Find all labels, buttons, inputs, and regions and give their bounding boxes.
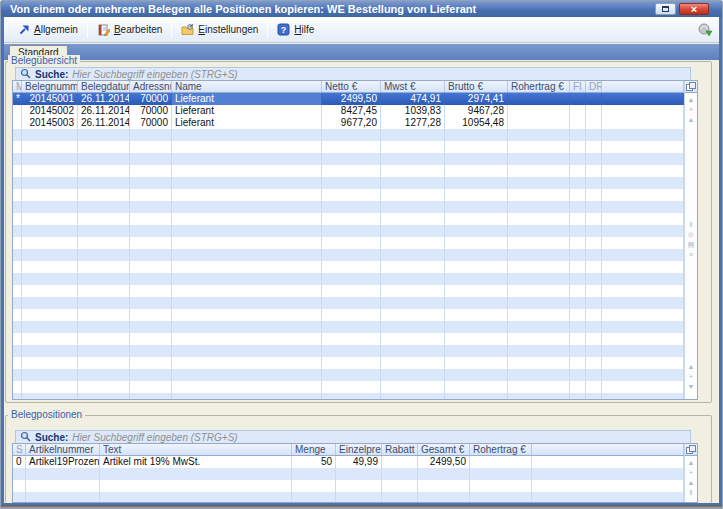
move-up-icon[interactable]: ▲	[686, 116, 696, 124]
sync-icon[interactable]	[697, 22, 713, 38]
column-header[interactable]: Brutto €	[445, 81, 508, 92]
pin-icon[interactable]: ‖	[686, 489, 696, 497]
table-cell[interactable]: 9677,20	[322, 117, 381, 129]
pin-icon[interactable]: ‖	[686, 221, 696, 229]
table-cell[interactable]: Artikel19Prozent	[26, 456, 100, 468]
details-icon[interactable]: ▤	[686, 241, 696, 249]
restore-icon[interactable]	[655, 3, 676, 15]
column-header[interactable]: Artikelnummer	[26, 444, 100, 455]
table-cell[interactable]	[470, 456, 532, 468]
menu-allgemein[interactable]: Allgemein	[10, 20, 85, 39]
scroll-top-icon[interactable]: ▲	[686, 96, 696, 104]
table-cell[interactable]: Lieferant	[172, 105, 322, 117]
table-cell[interactable]: 0	[13, 456, 26, 468]
table-cell[interactable]: 20145003	[22, 117, 78, 129]
column-header[interactable]: DR	[586, 81, 602, 92]
table-cell	[22, 249, 78, 261]
table-cell[interactable]: 70000	[130, 93, 172, 105]
search-input[interactable]: Suche: Hier Suchbegriff eingeben (STRG+S…	[15, 430, 691, 444]
table-cell[interactable]	[586, 93, 602, 105]
column-header[interactable]: Einzelpreis €	[336, 444, 382, 455]
menu-bearbeiten[interactable]: Bearbeiten	[90, 20, 169, 39]
column-header[interactable]: Rabatt %	[382, 444, 418, 455]
table-cell[interactable]: 1039,83	[381, 105, 445, 117]
search-input[interactable]: Suche: Hier Suchbegriff eingeben (STRG+S…	[15, 67, 691, 81]
table-cell[interactable]: 2499,50	[322, 93, 381, 105]
column-header[interactable]: Mwst €	[381, 81, 445, 92]
add-row-icon[interactable]: +	[686, 373, 696, 381]
table-cell[interactable]	[570, 117, 586, 129]
column-header[interactable]	[532, 444, 684, 455]
table-cell[interactable]	[602, 117, 684, 129]
table-cell[interactable]: 49,99	[336, 456, 382, 468]
column-header[interactable]: Gesamt €	[418, 444, 470, 455]
table-cell[interactable]: 70000	[130, 117, 172, 129]
table-cell[interactable]: 474,91	[381, 93, 445, 105]
table-cell[interactable]: 2974,41	[445, 93, 508, 105]
scroll-up-icon[interactable]: ▲	[686, 363, 696, 371]
table-cell[interactable]: 1277,28	[381, 117, 445, 129]
table-cell[interactable]	[586, 117, 602, 129]
move-up-icon[interactable]: ▲	[686, 479, 696, 487]
table-cell[interactable]: 20145002	[22, 105, 78, 117]
close-icon[interactable]: ×	[679, 3, 709, 15]
table-cell[interactable]: 10954,48	[445, 117, 508, 129]
menu-einstellungen[interactable]: Einstellungen	[174, 20, 265, 39]
table-row[interactable]: 0Artikel19ProzentArtikel mit 19% MwSt.50…	[13, 456, 697, 468]
table-cell[interactable]: Lieferant	[172, 117, 322, 129]
table-cell[interactable]: 26.11.2014 /Mi	[78, 93, 130, 105]
table-cell[interactable]	[508, 117, 570, 129]
column-header[interactable]: Rohertrag €	[470, 444, 532, 455]
column-chooser-icon[interactable]	[685, 81, 697, 93]
table-cell[interactable]: 26.11.2014 /Mi	[78, 105, 130, 117]
add-row-icon[interactable]: +	[686, 106, 696, 114]
column-chooser-icon[interactable]	[685, 444, 697, 456]
empty-row	[13, 177, 697, 189]
table-cell[interactable]	[602, 93, 684, 105]
table-cell[interactable]	[508, 93, 570, 105]
table-cell[interactable]: *	[13, 93, 22, 105]
table-cell[interactable]: 50	[292, 456, 336, 468]
table-cell[interactable]	[602, 105, 684, 117]
table-cell[interactable]: Lieferant	[172, 93, 322, 105]
table-cell[interactable]: 26.11.2014 /Mi	[78, 117, 130, 129]
add-row-icon[interactable]: +	[686, 469, 696, 477]
column-header[interactable]: Menge	[292, 444, 336, 455]
table-cell[interactable]: Artikel mit 19% MwSt.	[100, 456, 292, 468]
table-cell[interactable]: 9467,28	[445, 105, 508, 117]
table-cell[interactable]	[570, 93, 586, 105]
table-row[interactable]: 2014500226.11.2014 /Mi70000Lieferant8427…	[13, 105, 697, 117]
table-cell[interactable]: 8427,45	[322, 105, 381, 117]
column-header[interactable]: Netto €	[322, 81, 381, 92]
table-cell[interactable]: 2499,50	[418, 456, 470, 468]
table-cell[interactable]	[532, 456, 684, 468]
column-header[interactable]: Belegnummer	[22, 81, 78, 92]
table-cell	[602, 201, 684, 213]
list-icon[interactable]: ≡	[686, 251, 696, 259]
table-cell[interactable]: 70000	[130, 105, 172, 117]
column-header[interactable]: Name	[172, 81, 322, 92]
column-header[interactable]: M	[13, 81, 22, 92]
scroll-top-icon[interactable]: ▲	[686, 459, 696, 467]
zoom-icon[interactable]: ⊙	[686, 231, 696, 239]
table-cell[interactable]	[13, 105, 22, 117]
column-header[interactable]: Rohertrag €	[508, 81, 570, 92]
table-cell	[22, 165, 78, 177]
column-header[interactable]	[602, 81, 684, 92]
table-row[interactable]: 2014500326.11.2014 /Mi70000Lieferant9677…	[13, 117, 697, 129]
column-header[interactable]: Text	[100, 444, 292, 455]
table-cell[interactable]	[586, 105, 602, 117]
table-cell[interactable]	[13, 117, 22, 129]
column-header[interactable]: Adressnumm	[130, 81, 172, 92]
table-cell[interactable]: 20145001	[22, 93, 78, 105]
column-header[interactable]: S	[13, 444, 26, 455]
table-cell[interactable]	[382, 456, 418, 468]
menu-hilfe[interactable]: ? Hilfe	[270, 20, 321, 39]
table-cell[interactable]	[570, 105, 586, 117]
scroll-down-icon[interactable]: ▼	[686, 383, 696, 391]
table-cell[interactable]	[508, 105, 570, 117]
table-row[interactable]: *2014500126.11.2014 /Mi70000Lieferant249…	[13, 93, 697, 105]
table-cell	[586, 321, 602, 333]
column-header[interactable]: Belegdatum	[78, 81, 130, 92]
column-header[interactable]: FI	[570, 81, 586, 92]
